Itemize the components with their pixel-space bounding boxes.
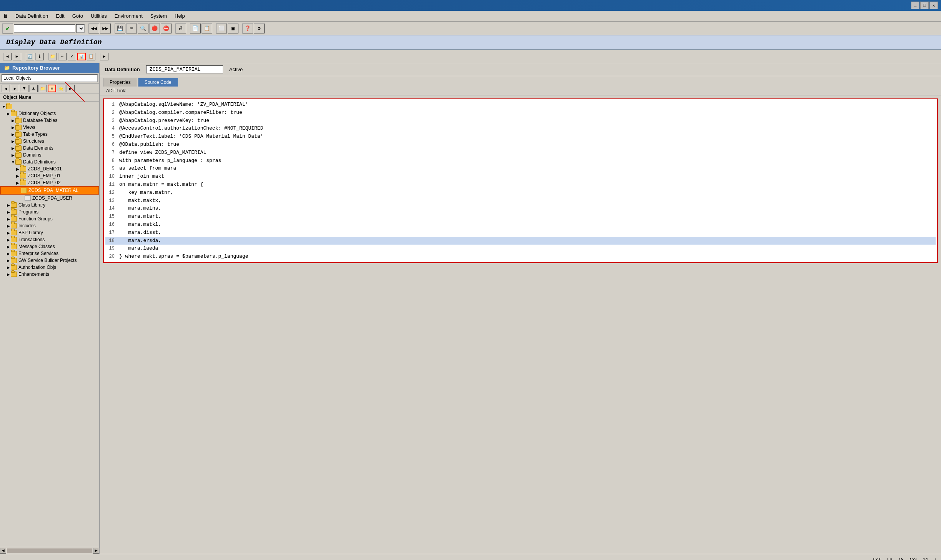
tree-folder-btn[interactable]: 📁 <box>38 85 47 92</box>
code-line-15: 15 mara.mtart, <box>105 213 936 221</box>
shortcut-button[interactable]: ⌨ <box>126 23 137 33</box>
page-button2[interactable]: 📋 <box>202 23 212 33</box>
sap-system-icon[interactable]: 🖥 <box>3 13 8 19</box>
sec-list-btn[interactable]: 📋 <box>87 53 95 60</box>
maximize-button[interactable]: □ <box>920 2 929 9</box>
find-button[interactable]: 🔍 <box>138 23 148 33</box>
dd-label: Data Definition <box>105 67 140 72</box>
tree-item-data-definitions[interactable]: ▼ Data Definitions <box>0 158 99 165</box>
tree-item-structures[interactable]: ▶ Structures <box>0 138 99 145</box>
tree-item-zcds-pda-material[interactable]: ZCDS_PDA_MATERIAL <box>0 186 99 195</box>
tree-item-message-classes[interactable]: ▶ Message Classes <box>0 243 99 250</box>
sec-active-btn[interactable]: 📊 <box>77 53 86 60</box>
code-editor[interactable]: 1 @AbapCatalog.sqlViewName: 'ZV_PDA_MATE… <box>103 98 938 263</box>
object-name-label: Object Name <box>0 93 99 102</box>
save-button[interactable]: 💾 <box>115 23 125 33</box>
tree-expand-btn[interactable]: ⊞ <box>48 85 56 92</box>
toolbar-btn-b[interactable]: ▣ <box>228 23 238 33</box>
search-input[interactable] <box>2 74 98 82</box>
left-panel: 📁 Repository Browser ◀ ▶ ▼ ▲ 📁 ⊞ ⭐ ▶ Obj… <box>0 63 100 554</box>
sec-info-btn[interactable]: ℹ <box>35 53 44 60</box>
tree-back-btn[interactable]: ◀ <box>2 85 10 92</box>
sec-forward-btn[interactable]: ▶ <box>13 53 21 60</box>
tree-star-btn[interactable]: ⭐ <box>57 85 65 92</box>
dd-header: Data Definition ZCDS_PDA_MATERIAL Active <box>100 63 941 76</box>
tree-item-enhancements[interactable]: ▶ Enhancements <box>0 271 99 278</box>
settings-btn[interactable]: ⚙ <box>254 23 265 33</box>
sec-refresh-btn[interactable]: 🔄 <box>26 53 34 60</box>
tree-item-programs[interactable]: ▶ Programs <box>0 208 99 215</box>
object-tree: ▼ ▶ Dictionary Objects ▶ Database Tables… <box>0 102 99 547</box>
code-line-7: 7 define view ZCDS_PDA_MATERIAL <box>105 149 936 157</box>
print-button[interactable]: 🖨 <box>175 23 186 33</box>
tree-item-gw-service[interactable]: ▶ GW Service Builder Projects <box>0 257 99 264</box>
nav-dropdown[interactable] <box>76 24 85 33</box>
code-area: 1 @AbapCatalog.sqlViewName: 'ZV_PDA_MATE… <box>100 95 941 554</box>
tree-more-btn[interactable]: ▶ <box>66 85 75 92</box>
help-btn[interactable]: ❓ <box>242 23 253 33</box>
line-label: Ln <box>887 557 892 560</box>
code-line-8: 8 with parameters p_language : spras <box>105 157 936 165</box>
forward-button[interactable]: ▶▶ <box>100 23 111 33</box>
tree-item-db-tables[interactable]: ▶ Database Tables <box>0 117 99 124</box>
tree-forward-btn[interactable]: ▶ <box>11 85 19 92</box>
tab-source-code[interactable]: Source Code <box>138 78 178 87</box>
tree-item-class-library[interactable]: ▶ Class Library <box>0 202 99 208</box>
menu-bar: 🖥 Data Definition Edit Goto Utilities En… <box>0 11 941 22</box>
main-toolbar: ✔ ◀◀ ▶▶ 💾 ⌨ 🔍 🔴 ⛔ 🖨 📄 📋 ⬜ ▣ ❓ ⚙ <box>0 22 941 35</box>
code-line-19: 19 mara.laeda <box>105 245 936 253</box>
tree-item-function-groups[interactable]: ▶ Function Groups <box>0 215 99 222</box>
scroll-left-btn[interactable]: ◀ <box>0 548 6 554</box>
sec-back-btn[interactable]: ◀ <box>3 53 12 60</box>
delete-button[interactable]: 🔴 <box>149 23 160 33</box>
tree-item-transactions[interactable]: ▶ Transactions <box>0 236 99 243</box>
line-value: 18 <box>898 557 903 560</box>
menu-utilities[interactable]: Utilities <box>87 12 111 20</box>
scroll-right-btn[interactable]: ▶ <box>93 548 99 554</box>
menu-system[interactable]: System <box>147 12 171 20</box>
repository-browser-header: 📁 Repository Browser <box>0 63 99 73</box>
tree-item-views[interactable]: ▶ Views <box>0 124 99 131</box>
tree-item-auth-objs[interactable]: ▶ Authorization Objs <box>0 264 99 271</box>
tree-item-bsp-library[interactable]: ▶ BSP Library <box>0 229 99 236</box>
tree-up-btn[interactable]: ▲ <box>29 85 38 92</box>
tree-item-zcds-emp01[interactable]: ▶ ZCDS_EMP_01 <box>0 172 99 179</box>
menu-environment[interactable]: Environment <box>111 12 147 20</box>
tree-filter-btn[interactable]: ▼ <box>20 85 28 92</box>
sec-copy-btn[interactable]: 📁 <box>48 53 57 60</box>
search-bar <box>0 73 99 84</box>
tree-item-dictionary[interactable]: ▶ Dictionary Objects <box>0 110 99 117</box>
close-button[interactable]: ✕ <box>929 2 938 9</box>
tree-item-domains[interactable]: ▶ Domains <box>0 152 99 158</box>
minimize-button[interactable]: _ <box>911 2 919 9</box>
adt-link-label: ADT-Link: <box>106 88 127 93</box>
tab-properties[interactable]: Properties <box>103 78 137 87</box>
sec-check-btn[interactable]: ✔ <box>68 53 76 60</box>
left-hscrollbar[interactable]: ◀ ▶ <box>0 547 99 554</box>
menu-data-definition[interactable]: Data Definition <box>12 12 52 20</box>
page-title: Display Data Definition <box>0 35 941 50</box>
tree-item-includes[interactable]: ▶ Includes <box>0 222 99 229</box>
code-line-9: 9 as select from mara <box>105 165 936 173</box>
hscroll-track[interactable] <box>7 548 92 553</box>
command-input[interactable] <box>14 24 75 33</box>
tree-item-data-elements[interactable]: ▶ Data Elements <box>0 145 99 152</box>
sec-edit-btn[interactable]: ✏ <box>58 53 67 60</box>
tree-root[interactable]: ▼ <box>0 103 99 110</box>
green-check-button[interactable]: ✔ <box>2 23 13 33</box>
tree-item-table-types[interactable]: ▶ Table Types <box>0 131 99 138</box>
code-line-5: 5 @EndUserText.label: 'CDS PDA Material … <box>105 133 936 141</box>
menu-help[interactable]: Help <box>171 12 189 20</box>
page-setup-button[interactable]: 📄 <box>190 23 201 33</box>
menu-goto[interactable]: Goto <box>68 12 87 20</box>
menu-edit[interactable]: Edit <box>52 12 68 20</box>
stop-button[interactable]: ⛔ <box>161 23 172 33</box>
tree-item-enterprise-services[interactable]: ▶ Enterprise Services <box>0 250 99 257</box>
tree-item-zcds-demo01[interactable]: ▶ ZCDS_DEMO01 <box>0 165 99 172</box>
tree-item-zcds-pda-user[interactable]: ZCDS_PDA_USER <box>0 195 99 202</box>
tree-item-zcds-emp02[interactable]: ▶ ZCDS_EMP_02 <box>0 179 99 186</box>
content-area: 📁 Repository Browser ◀ ▶ ▼ ▲ 📁 ⊞ ⭐ ▶ Obj… <box>0 63 941 554</box>
back-button[interactable]: ◀◀ <box>88 23 99 33</box>
toolbar-btn-a[interactable]: ⬜ <box>216 23 227 33</box>
sec-chevron-btn[interactable]: ▶ <box>100 53 108 60</box>
